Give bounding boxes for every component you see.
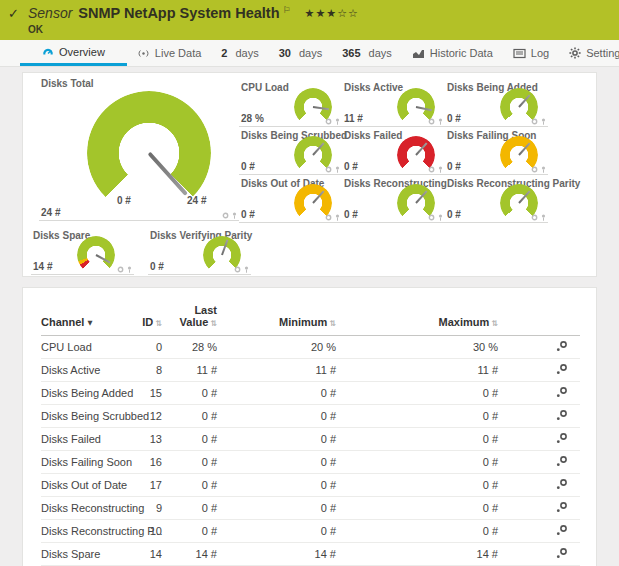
channel-row[interactable]: Disks Reconstructing90 #0 #0 # [41, 497, 580, 520]
gauge-cell-disks-failed[interactable]: Disks Failed 0 # [342, 127, 445, 175]
cell-settings-icon[interactable] [531, 166, 538, 173]
cell-pin-icon[interactable] [231, 212, 238, 219]
tab-live-data[interactable]: Live Data [127, 40, 211, 66]
column-header-channel[interactable]: Channel▼ [41, 304, 126, 336]
column-header-id[interactable]: ID⇅ [126, 304, 162, 336]
cell-settings-icon[interactable] [428, 118, 435, 125]
column-header-maximum[interactable]: Maximum⇅ [336, 304, 498, 336]
cell-pin-icon[interactable] [540, 118, 547, 125]
channel-name: Disks Being Added [41, 382, 126, 405]
channel-settings-icon[interactable] [555, 524, 568, 539]
channel-maximum: 0 # [336, 497, 498, 520]
flag-icon[interactable]: ⚐ [283, 5, 291, 15]
channel-minimum: 11 # [217, 359, 336, 382]
cell-pin-icon[interactable] [243, 266, 250, 273]
channel-settings-icon[interactable] [555, 501, 568, 516]
channel-row[interactable]: Disks Out of Date170 #0 #0 # [41, 474, 580, 497]
channel-row[interactable]: Disks Being Scrubbed120 #0 #0 # [41, 405, 580, 428]
channel-row[interactable]: Disks Active811 #11 #11 # [41, 359, 580, 382]
cell-pin-icon[interactable] [334, 118, 341, 125]
cell-pin-icon[interactable] [437, 118, 444, 125]
tab-historic-data[interactable]: Historic Data [402, 40, 503, 66]
gauge-cell-disks-out-of-date[interactable]: Disks Out of Date 0 # [239, 175, 342, 223]
channel-settings-icon[interactable] [555, 547, 568, 562]
cell-settings-icon[interactable] [428, 166, 435, 173]
tab-2-days-number: 2 [221, 47, 227, 59]
cell-pin-icon[interactable] [540, 214, 547, 221]
cell-pin-icon[interactable] [437, 166, 444, 173]
gauge-cell-cpu-load[interactable]: CPU Load 28 % [239, 79, 342, 127]
gauge-cell-disks-being-added[interactable]: Disks Being Added 0 # [445, 79, 548, 127]
gauges-panel: Disks Total 0 # 24 # 24 # CPU Load 28 % … [22, 72, 597, 277]
channel-settings-icon[interactable] [555, 386, 568, 401]
gauge-scale-max: 24 # [187, 195, 206, 206]
gauge-value: 0 # [241, 209, 255, 220]
column-header-minimum[interactable]: Minimum⇅ [217, 304, 336, 336]
cell-settings-icon[interactable] [428, 214, 435, 221]
tab-log[interactable]: Log [503, 40, 559, 66]
gauge-cell-disks-reconstructing[interactable]: Disks Reconstructing 0 # [342, 175, 445, 223]
cell-settings-icon[interactable] [222, 212, 229, 219]
gauge-cell-disks-failing-soon[interactable]: Disks Failing Soon 0 # [445, 127, 548, 175]
tab-2-days[interactable]: 2 days [211, 40, 268, 66]
channel-maximum: 0 # [336, 428, 498, 451]
status-check-icon: ✓ [8, 6, 28, 21]
cell-pin-icon[interactable] [437, 214, 444, 221]
channel-row[interactable]: Disks Spare1414 #14 #14 # [41, 543, 580, 566]
gauge-cell-disks-total[interactable]: Disks Total 0 # 24 # 24 # [39, 75, 239, 221]
channel-last-value: 11 # [162, 359, 217, 382]
gauge-cell-disks-being-scrubbed[interactable]: Disks Being Scrubbed 0 # [239, 127, 342, 175]
cell-settings-icon[interactable] [325, 214, 332, 221]
column-header-last-value[interactable]: LastValue⇅ [162, 304, 217, 336]
gauge-cell-disks-active[interactable]: Disks Active 11 # [342, 79, 445, 127]
channel-row[interactable]: CPU Load028 %20 %30 % [41, 336, 580, 359]
channel-last-value: 28 % [162, 336, 217, 359]
channel-settings-icon[interactable] [555, 363, 568, 378]
channel-settings-icon[interactable] [555, 478, 568, 493]
channel-settings-icon[interactable] [555, 455, 568, 470]
cell-settings-icon[interactable] [325, 166, 332, 173]
channel-row[interactable]: Disks Being Added150 #0 #0 # [41, 382, 580, 405]
gauge-cell-disks-spare[interactable]: Disks Spare 14 # [31, 227, 134, 275]
sensor-kind-label: Sensor [28, 5, 72, 21]
sensor-status-header: ✓ Sensor SNMP NetApp System Health ⚐ ★★★… [0, 0, 619, 40]
tab-30-days-unit: days [299, 47, 322, 59]
tab-365-days[interactable]: 365 days [332, 40, 402, 66]
cell-pin-icon[interactable] [540, 166, 547, 173]
channel-settings-icon[interactable] [555, 432, 568, 447]
tab-30-days[interactable]: 30 days [269, 40, 333, 66]
cell-pin-icon[interactable] [334, 166, 341, 173]
cell-settings-icon[interactable] [325, 118, 332, 125]
gauge-cell-disks-verifying-parity[interactable]: Disks Verifying Parity 0 # [148, 227, 251, 275]
channel-last-value: 0 # [162, 382, 217, 405]
channel-last-value: 0 # [162, 474, 217, 497]
gauge-value: 11 # [344, 113, 363, 124]
channel-name: Disks Out of Date [41, 474, 126, 497]
channel-minimum: 0 # [217, 451, 336, 474]
channel-settings-icon[interactable] [555, 340, 568, 355]
tab-overview[interactable]: Overview [20, 40, 127, 66]
cell-settings-icon[interactable] [531, 214, 538, 221]
tab-settings[interactable]: Settings [559, 40, 619, 66]
cell-pin-icon[interactable] [126, 266, 133, 273]
gauge-value: 0 # [150, 261, 164, 272]
cell-pin-icon[interactable] [334, 214, 341, 221]
channel-maximum: 14 # [336, 543, 498, 566]
channel-settings-icon[interactable] [555, 409, 568, 424]
channel-minimum: 0 # [217, 405, 336, 428]
stars-empty: ☆☆ [337, 7, 359, 20]
cell-settings-icon[interactable] [531, 118, 538, 125]
channel-row[interactable]: Disks Failing Soon160 #0 #0 # [41, 451, 580, 474]
channel-row[interactable]: Disks Reconstructing P...100 #0 #0 # [41, 520, 580, 543]
channel-last-value: 0 # [162, 405, 217, 428]
star-rating[interactable]: ★★★☆☆ [305, 7, 359, 20]
cell-settings-icon[interactable] [234, 266, 241, 273]
channel-row[interactable]: Disks Failed130 #0 #0 # [41, 428, 580, 451]
channel-last-value: 0 # [162, 428, 217, 451]
channel-id: 14 [126, 543, 162, 566]
gauge-cell-disks-reconstructing-parity[interactable]: Disks Reconstructing Parity 0 # [445, 175, 548, 223]
log-icon [513, 48, 526, 59]
tab-365-days-number: 365 [342, 47, 360, 59]
channel-minimum: 0 # [217, 382, 336, 405]
cell-settings-icon[interactable] [117, 266, 124, 273]
